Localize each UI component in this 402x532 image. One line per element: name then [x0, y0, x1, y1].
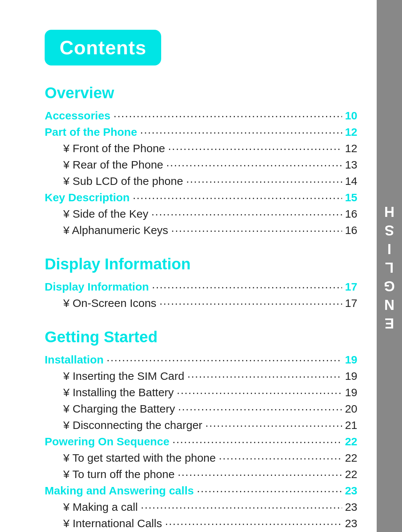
sidebar: ENGLISH	[377, 0, 402, 532]
toc-entry: Part of the Phone12	[45, 126, 357, 138]
contents-banner: Contents	[45, 30, 161, 65]
toc-page-number: 19	[345, 370, 357, 382]
toc-page-number: 22	[345, 468, 357, 481]
toc-entry: ¥ Charging the Battery20	[45, 403, 357, 415]
section-heading-getting-started: Getting Started	[45, 328, 357, 346]
toc-entry: ¥ To get started with the phone22	[45, 452, 357, 464]
toc-page-number: 22	[345, 435, 357, 448]
toc-label: Display Information	[45, 281, 149, 293]
toc-label: ¥ Disconnecting the charger	[63, 419, 202, 432]
toc-entry: ¥ Disconnecting the charger21	[45, 419, 357, 432]
toc-dots	[219, 452, 342, 464]
toc-entry: ¥ Rear of the Phone13	[45, 158, 357, 171]
toc-dots	[140, 126, 342, 138]
toc-page-number: 14	[345, 175, 357, 188]
toc-dots	[171, 224, 342, 237]
section-heading-display-information: Display Information	[45, 255, 357, 273]
toc-label: ¥ Side of the Key	[63, 208, 149, 220]
toc-page-number: 22	[345, 452, 357, 464]
sidebar-label: ENGLISH	[382, 201, 398, 331]
toc-page-number: 10	[345, 109, 357, 122]
toc-page-number: 19	[345, 353, 357, 366]
toc-label: ¥ To turn off the phone	[63, 468, 175, 481]
toc-label: Installation	[45, 353, 103, 366]
toc-dots	[187, 370, 342, 382]
toc-dots	[151, 208, 342, 220]
toc-dots	[197, 484, 342, 497]
toc-entry: ¥ International Calls23	[45, 517, 357, 530]
toc-entry: Accessories10	[45, 109, 357, 122]
toc-label: Powering On Sequence	[45, 435, 169, 448]
toc-entry: ¥ Alphanumeric Keys16	[45, 224, 357, 237]
section-heading-overview: Overview	[45, 84, 357, 102]
toc-dots	[168, 142, 342, 155]
toc-dots	[178, 468, 342, 481]
toc-label: Making and Answering calls	[45, 484, 194, 497]
toc-label: ¥ Charging the Battery	[63, 403, 175, 415]
toc-label: ¥ To get started with the phone	[63, 452, 216, 464]
toc-page-number: 20	[345, 403, 357, 415]
toc-entry: ¥ Sub LCD of the phone14	[45, 175, 357, 188]
toc-page-number: 16	[345, 224, 357, 237]
toc-label: Part of the Phone	[45, 126, 137, 138]
toc-page-number: 13	[345, 158, 357, 171]
toc-label: ¥ Alphanumeric Keys	[63, 224, 168, 237]
toc-entry: ¥ To turn off the phone22	[45, 468, 357, 481]
toc-page-number: 23	[345, 517, 357, 530]
toc-dots	[165, 517, 342, 530]
toc-page-number: 19	[345, 386, 357, 399]
toc-page-number: 17	[345, 281, 357, 293]
toc-dots	[141, 501, 342, 513]
toc-entry: ¥ Installing the Battery19	[45, 386, 357, 399]
toc-page-number: 17	[345, 297, 357, 310]
toc-label: ¥ Sub LCD of the phone	[63, 175, 183, 188]
toc-entry: Installation19	[45, 353, 357, 366]
toc-entry: ¥ Making a call23	[45, 501, 357, 513]
toc-dots	[133, 191, 342, 204]
toc-entry: Making and Answering calls23	[45, 484, 357, 497]
toc-dots	[172, 435, 342, 448]
toc-entry: ¥ Inserting the SIM Card19	[45, 370, 357, 382]
toc-dots	[178, 403, 342, 415]
toc-label: ¥ Front of the Phone	[63, 142, 165, 155]
toc-entry: ¥ On-Screen Icons17	[45, 297, 357, 310]
toc-dots	[114, 109, 342, 122]
toc-page-number: 12	[345, 142, 357, 155]
toc-entry: ¥ Side of the Key16	[45, 208, 357, 220]
toc-label: Key Description	[45, 191, 130, 204]
toc-entry: Display Information17	[45, 281, 357, 293]
toc-dots	[106, 353, 342, 366]
toc-entry: Powering On Sequence22	[45, 435, 357, 448]
toc-entry: Key Description15	[45, 191, 357, 204]
toc-page-number: 16	[345, 208, 357, 220]
toc-dots	[159, 297, 342, 310]
toc-dots	[166, 158, 342, 171]
toc-dots	[177, 386, 342, 399]
toc-container: OverviewAccessories10Part of the Phone12…	[45, 84, 357, 532]
toc-page-number: 12	[345, 126, 357, 138]
toc-entry: ¥ Front of the Phone12	[45, 142, 357, 155]
toc-dots	[205, 419, 342, 432]
toc-dots	[186, 175, 342, 188]
toc-label: Accessories	[45, 109, 111, 122]
toc-dots	[152, 281, 342, 293]
contents-title: Contents	[60, 37, 146, 58]
toc-label: ¥ On-Screen Icons	[63, 297, 156, 310]
toc-label: ¥ Inserting the SIM Card	[63, 370, 184, 382]
toc-page-number: 23	[345, 501, 357, 513]
toc-label: ¥ International Calls	[63, 517, 162, 530]
toc-label: ¥ Rear of the Phone	[63, 158, 163, 171]
toc-page-number: 15	[345, 191, 357, 204]
toc-page-number: 21	[345, 419, 357, 432]
toc-page-number: 23	[345, 484, 357, 497]
toc-label: ¥ Making a call	[63, 501, 138, 513]
toc-label: ¥ Installing the Battery	[63, 386, 174, 399]
